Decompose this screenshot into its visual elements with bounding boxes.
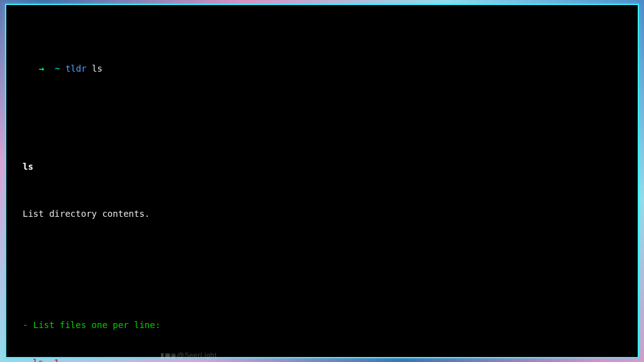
entry-description: - List files one per line: bbox=[23, 319, 629, 331]
terminal-window[interactable]: → ~ tldr ls ls List directory contents. … bbox=[5, 4, 639, 358]
tldr-entries: - List files one per line: ls -1 - List … bbox=[23, 267, 629, 362]
tldr-output: ls List directory contents. - List files… bbox=[23, 135, 629, 362]
prompt-path: ~ bbox=[55, 63, 60, 74]
prompt-line-1: → ~ tldr ls bbox=[18, 50, 629, 88]
watermark-text: ▮◼◉@SeerLight bbox=[160, 351, 217, 361]
tldr-title: ls bbox=[23, 160, 629, 173]
typed-command: tldr bbox=[65, 63, 87, 74]
tldr-description: List directory contents. bbox=[23, 207, 629, 220]
prompt-arrow-icon: → bbox=[39, 63, 44, 74]
tldr-entry: - List files one per line: ls -1 bbox=[23, 293, 629, 362]
entry-command: ls -1 bbox=[23, 356, 629, 362]
typed-argument: ls bbox=[92, 63, 103, 74]
